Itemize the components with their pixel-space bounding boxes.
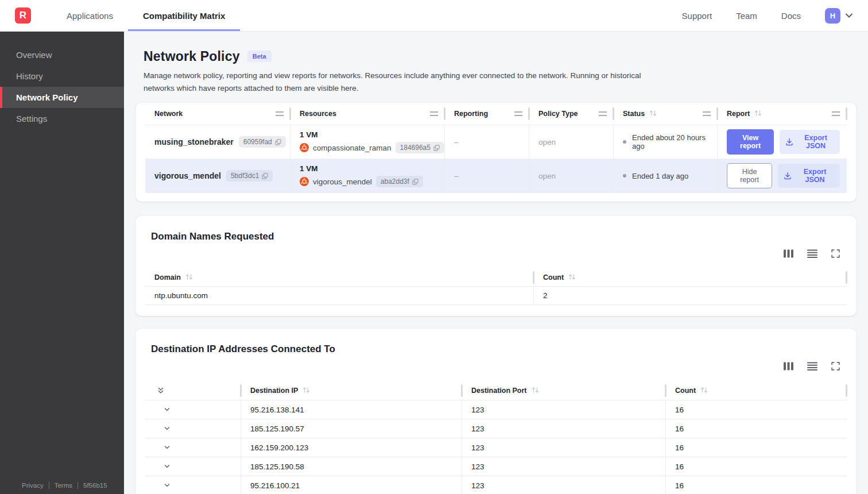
sort-icon[interactable] xyxy=(185,273,193,282)
column-header-reporting[interactable]: Reporting xyxy=(445,103,529,125)
sidebar-item-network-policy[interactable]: Network Policy xyxy=(0,87,124,108)
row-expand-chevron-icon[interactable] xyxy=(162,424,172,433)
column-resize-handle[interactable] xyxy=(832,111,840,116)
network-id: 60959fad xyxy=(243,138,272,146)
status-text: Ended about 20 hours ago xyxy=(632,133,710,150)
column-header-domain[interactable]: Domain xyxy=(145,269,534,286)
resource-id: 184696a5 xyxy=(400,144,431,152)
column-resize-handle[interactable] xyxy=(599,111,607,116)
row-expand-chevron-icon[interactable] xyxy=(162,462,172,471)
row-expand-chevron-icon[interactable] xyxy=(162,481,172,490)
column-header-network[interactable]: Network xyxy=(145,103,290,125)
sidebar-item-overview[interactable]: Overview xyxy=(0,44,124,65)
sort-icon[interactable] xyxy=(303,387,310,395)
resource-id-badge[interactable]: aba2dd3f xyxy=(376,176,423,187)
docs-link[interactable]: Docs xyxy=(781,11,801,21)
destination-ips-card: Destination IP Addresses Connected To De… xyxy=(135,329,857,494)
sidebar-item-history[interactable]: History xyxy=(0,65,124,87)
view-report-button[interactable]: View report xyxy=(727,129,774,155)
destination-port-cell: 123 xyxy=(462,419,666,438)
column-resize-handle[interactable] xyxy=(514,111,522,116)
export-json-label: Export JSON xyxy=(799,134,833,150)
destination-ip-cell: 95.216.138.141 xyxy=(241,400,462,419)
column-header-count[interactable]: Count xyxy=(666,381,847,400)
copy-icon[interactable] xyxy=(275,139,281,145)
column-resize-handle[interactable] xyxy=(276,111,284,116)
page-title: Network Policy xyxy=(144,49,240,64)
destination-port-cell: 123 xyxy=(462,438,666,457)
sort-icon[interactable] xyxy=(754,110,762,118)
network-id-badge[interactable]: 60959fad xyxy=(239,136,286,148)
column-resize-handle[interactable] xyxy=(430,111,438,116)
terms-link[interactable]: Terms xyxy=(55,482,72,489)
expand-cell xyxy=(145,419,241,438)
sort-icon[interactable] xyxy=(700,387,708,395)
sort-icon[interactable] xyxy=(532,387,539,395)
sort-icon[interactable] xyxy=(649,110,657,118)
column-header-count[interactable]: Count xyxy=(534,269,847,286)
destination-port-cell: 123 xyxy=(462,457,666,476)
tab-compatibility-matrix[interactable]: Compatibility Matrix xyxy=(128,0,240,31)
sidebar-item-settings[interactable]: Settings xyxy=(0,108,124,129)
nav-right: Support Team Docs H xyxy=(682,0,853,31)
column-resize-handle[interactable] xyxy=(703,111,711,116)
column-label: Reporting xyxy=(454,110,488,118)
build-version: 5f56b15 xyxy=(83,482,107,489)
column-label: Count xyxy=(675,387,696,395)
network-name: musing_stonebraker xyxy=(154,137,234,146)
column-header-policy-type[interactable]: Policy Type xyxy=(529,103,614,125)
vm-count: 1 VM xyxy=(300,164,423,173)
status-cell: Ended about 20 hours ago xyxy=(614,125,718,159)
count-cell: 16 xyxy=(666,438,847,457)
column-header-destination-ip[interactable]: Destination IP xyxy=(241,381,462,400)
status-dot-icon xyxy=(623,140,626,144)
export-json-button[interactable]: Export JSON xyxy=(780,130,840,154)
team-link[interactable]: Team xyxy=(736,11,757,21)
resources-cell: 1 VM compassionate_raman 184696a5 xyxy=(290,125,445,159)
column-header-status[interactable]: Status xyxy=(614,103,718,125)
destination-ip-cell: 185.125.190.57 xyxy=(241,419,462,438)
ubuntu-icon xyxy=(300,177,309,186)
resource-name: vigorous_mendel xyxy=(313,177,372,186)
avatar[interactable]: H xyxy=(825,8,840,24)
fullscreen-icon[interactable] xyxy=(831,249,840,258)
network-id-badge[interactable]: 5bdf3dc1 xyxy=(226,170,273,182)
chevron-down-icon xyxy=(845,12,853,19)
fullscreen-icon[interactable] xyxy=(831,362,840,370)
sort-icon[interactable] xyxy=(568,273,576,282)
count-cell: 16 xyxy=(666,476,847,494)
column-header-resources[interactable]: Resources xyxy=(290,103,445,125)
resource-id-badge[interactable]: 184696a5 xyxy=(396,142,444,153)
hide-report-button[interactable]: Hide report xyxy=(727,163,772,188)
copy-icon[interactable] xyxy=(412,179,418,185)
app-logo[interactable]: R xyxy=(15,7,31,24)
row-expand-chevron-icon[interactable] xyxy=(162,443,172,452)
reporting-cell: – xyxy=(445,159,529,193)
row-density-icon[interactable] xyxy=(807,249,817,258)
column-label: Count xyxy=(543,273,564,281)
support-link[interactable]: Support xyxy=(682,11,712,21)
export-json-button[interactable]: Export JSON xyxy=(778,164,840,188)
copy-icon[interactable] xyxy=(262,173,268,179)
status-dot-icon xyxy=(623,174,626,177)
column-header-destination-port[interactable]: Destination Port xyxy=(462,381,666,400)
expand-all-icon[interactable] xyxy=(156,385,166,396)
destination-ip-cell: 185.125.190.58 xyxy=(241,457,462,476)
column-header-report[interactable]: Report xyxy=(718,103,847,125)
row-density-icon[interactable] xyxy=(807,362,817,370)
row-expand-chevron-icon[interactable] xyxy=(162,405,172,414)
primary-tabs: Applications Compatibility Matrix xyxy=(52,0,240,31)
columns-icon[interactable] xyxy=(784,249,793,258)
columns-icon[interactable] xyxy=(784,362,793,370)
tab-applications[interactable]: Applications xyxy=(52,0,128,31)
user-menu[interactable]: H xyxy=(825,8,853,24)
copy-icon[interactable] xyxy=(433,145,440,151)
privacy-link[interactable]: Privacy xyxy=(22,482,44,489)
column-header-expand xyxy=(145,381,241,400)
export-json-label: Export JSON xyxy=(797,168,833,184)
status-text: Ended 1 day ago xyxy=(632,172,688,180)
section-title-domains: Domain Names Requested xyxy=(145,216,847,242)
resource-name: compassionate_raman xyxy=(313,144,392,152)
reporting-cell: – xyxy=(445,125,529,159)
policy-type-cell: open xyxy=(529,159,614,193)
